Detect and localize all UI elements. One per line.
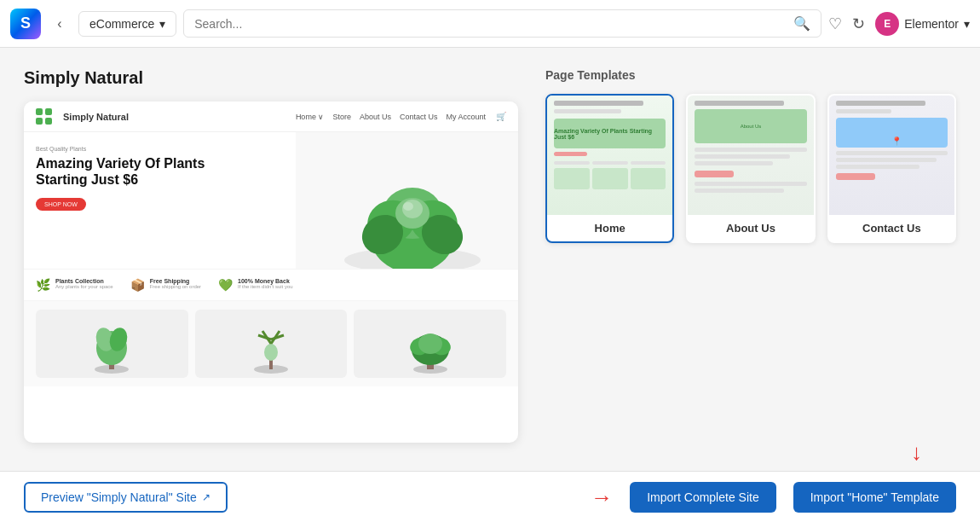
dropdown-chevron-icon: ▾	[159, 17, 165, 31]
template-card-contact[interactable]: 📍 Contact Us	[827, 94, 956, 243]
mockup-hero-text: Best Quality Plants Amazing Variety Of P…	[36, 146, 206, 255]
search-bar[interactable]: 🔍	[183, 9, 821, 38]
topbar: S ‹ eCommerce ▾ 🔍 ♡ ↻ E Elementor ▾	[0, 0, 980, 48]
template-thumb-contact: 📍	[829, 96, 954, 215]
mockup-cart-icon: 🛒	[496, 112, 506, 121]
external-link-icon: ↗	[202, 491, 210, 503]
search-input[interactable]	[194, 17, 787, 31]
product-card-2	[195, 310, 348, 378]
feature-moneyback-text: 100% Money Back If the item didn't suit …	[238, 278, 293, 289]
topbar-actions: ♡ ↻ E Elementor ▾	[828, 12, 970, 36]
mockup-nav-links: Home ∨ Store About Us Contact Us My Acco…	[296, 113, 486, 121]
template-card-home[interactable]: Amazing Variety Of Plants Starting Just …	[545, 94, 674, 243]
feature-plants-text: Plants Collection Any plants for your sp…	[55, 278, 113, 289]
mockup-feature-shipping: 📦 Free Shipping Free shipping on order	[130, 278, 201, 292]
import-complete-button[interactable]: Import Complete Site	[630, 482, 776, 513]
mockup-products	[24, 301, 518, 386]
main-content: Simply Natural Simply Natural Home ∨ Sto…	[0, 48, 980, 471]
mockup-hero: Best Quality Plants Amazing Variety Of P…	[24, 132, 518, 269]
mockup-feature-moneyback: 💚 100% Money Back If the item didn't sui…	[218, 278, 293, 292]
page-templates-title: Page Templates	[545, 68, 956, 82]
template-label-home: Home	[547, 215, 672, 241]
category-label: eCommerce	[89, 17, 154, 31]
mockup-logo-icon	[36, 108, 53, 125]
mockup-brand: Simply Natural	[63, 112, 129, 122]
template-thumb-home: Amazing Variety Of Plants Starting Just …	[547, 96, 672, 215]
shipping-icon: 📦	[130, 278, 145, 292]
product-card-1	[36, 310, 188, 378]
elementor-icon: E	[875, 12, 899, 36]
import-complete-arrow: →	[591, 486, 613, 508]
mockup-hero-subtitle: Best Quality Plants	[36, 146, 206, 152]
elementor-menu[interactable]: E Elementor ▾	[875, 12, 970, 36]
mockup-hero-plant	[319, 132, 506, 269]
site-preview-mockup: Simply Natural Home ∨ Store About Us Con…	[24, 102, 518, 443]
search-icon: 🔍	[793, 15, 810, 32]
site-title: Simply Natural	[24, 68, 518, 88]
template-label-about: About Us	[688, 215, 813, 241]
down-arrow-icon: ↓	[911, 441, 922, 463]
elementor-chevron-icon: ▾	[964, 17, 970, 31]
mockup-feature-plants: 🌿 Plants Collection Any plants for your …	[36, 278, 113, 292]
template-card-about[interactable]: About Us About Us	[686, 94, 815, 243]
back-button[interactable]: ‹	[48, 12, 72, 36]
svg-point-27	[418, 334, 442, 354]
import-home-container: ↓ Import "Home" Template	[793, 482, 956, 513]
feature-shipping-text: Free Shipping Free shipping on order	[150, 278, 201, 289]
refresh-button[interactable]: ↻	[852, 14, 865, 33]
right-panel: Page Templates Amazing Variety Of Plants…	[545, 68, 956, 450]
preview-btn-label: Preview "Simply Natural" Site	[41, 490, 197, 504]
favorites-button[interactable]: ♡	[828, 14, 842, 33]
moneyback-icon: 💚	[218, 278, 233, 292]
elementor-label: Elementor	[904, 17, 959, 31]
templates-grid: Amazing Variety Of Plants Starting Just …	[545, 94, 956, 243]
bottom-bar: Preview "Simply Natural" Site ↗ → Import…	[0, 471, 980, 522]
preview-site-button[interactable]: Preview "Simply Natural" Site ↗	[24, 482, 228, 513]
svg-point-17	[264, 344, 278, 361]
template-label-contact: Contact Us	[829, 215, 954, 241]
plants-icon: 🌿	[36, 278, 50, 292]
right-arrow-icon: →	[591, 486, 613, 508]
mockup-hero-title: Amazing Variety Of Plants Starting Just …	[36, 155, 206, 188]
import-home-button[interactable]: Import "Home" Template	[793, 482, 956, 513]
mockup-features: 🌿 Plants Collection Any plants for your …	[24, 269, 518, 301]
category-dropdown[interactable]: eCommerce ▾	[78, 11, 176, 37]
app-logo: S	[10, 9, 41, 39]
mockup-nav: Simply Natural Home ∨ Store About Us Con…	[24, 102, 518, 132]
product-card-3	[354, 310, 506, 378]
left-panel: Simply Natural Simply Natural Home ∨ Sto…	[24, 68, 518, 450]
mockup-shop-now-button[interactable]: SHOP NOW	[36, 198, 86, 211]
svg-point-9	[403, 202, 413, 211]
template-thumb-about: About Us	[688, 96, 813, 215]
right-actions: → Import Complete Site ↓ Import "Home" T…	[591, 482, 956, 513]
